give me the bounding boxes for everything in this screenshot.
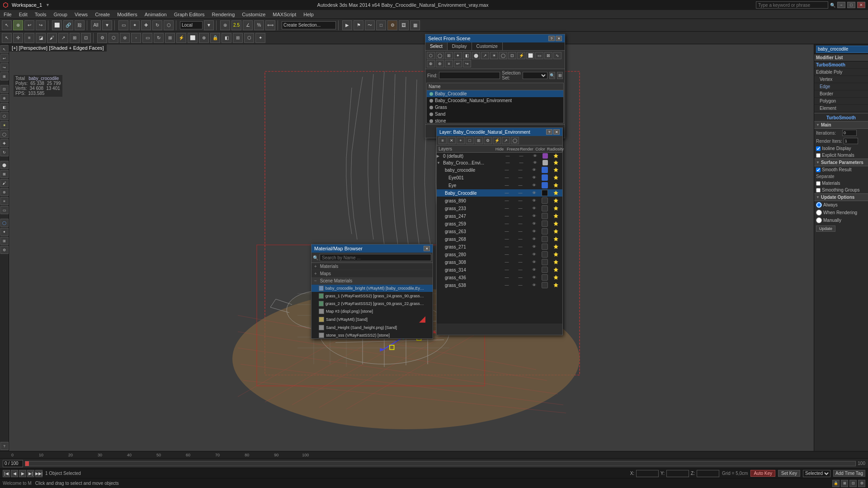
tb2-extra3[interactable]: ⊛ bbox=[120, 33, 130, 43]
menu-rendering[interactable]: Rendering bbox=[208, 10, 239, 19]
render-iters-input[interactable] bbox=[844, 138, 858, 144]
sel-item-grass[interactable]: Grass bbox=[427, 104, 563, 111]
layers-tb-2[interactable]: ✕ bbox=[448, 137, 456, 144]
layer-bc-color[interactable] bbox=[542, 167, 548, 173]
layers-tb-4[interactable]: ⊞ bbox=[475, 137, 483, 144]
layer-0-render[interactable]: 👁 bbox=[528, 154, 542, 158]
menu-group[interactable]: Group bbox=[50, 10, 71, 19]
tb2-extra9[interactable]: ⬜ bbox=[188, 33, 198, 43]
layer-0-default[interactable]: ▶ 0 (default) — — 👁 ⭐ bbox=[437, 153, 562, 160]
lt-btn6[interactable]: ⊕ bbox=[0, 94, 9, 102]
layer-env-freeze[interactable]: — bbox=[514, 160, 528, 165]
tb-select-region-btn[interactable]: ▭ bbox=[118, 20, 128, 30]
layer-env-hide[interactable]: — bbox=[501, 160, 514, 165]
lt-btn14[interactable]: ⊠ bbox=[0, 170, 9, 178]
named-select-input[interactable] bbox=[282, 21, 336, 29]
dlg-ico-6[interactable]: ⬤ bbox=[472, 52, 480, 59]
layers-help-btn[interactable]: ? bbox=[546, 129, 552, 135]
tb2-extra4[interactable]: ◦ bbox=[131, 33, 141, 43]
layer-eye[interactable]: Eye — — 👁 ⭐ bbox=[437, 182, 562, 189]
maps-section[interactable]: + Maps bbox=[311, 270, 433, 277]
dlg-ico-14[interactable]: ⊠ bbox=[544, 52, 552, 59]
materials-section[interactable]: + Materials bbox=[311, 263, 433, 270]
layers-tb-7[interactable]: ↗ bbox=[502, 137, 510, 144]
tb2-extra1[interactable]: ⚙ bbox=[97, 33, 107, 43]
tb2-object-paint[interactable]: 🖌 bbox=[47, 33, 57, 43]
mat-grass-2[interactable]: grass_2 (VRayFastSSS2) [grass_09,grass_2… bbox=[311, 300, 433, 308]
dlg-ico-18[interactable]: ≡ bbox=[445, 60, 453, 67]
dlg-ico-7[interactable]: ↗ bbox=[481, 52, 489, 59]
reference-coord-input[interactable] bbox=[180, 21, 203, 29]
modifier-name-input[interactable] bbox=[816, 46, 868, 53]
layer-eye-color[interactable] bbox=[542, 182, 548, 188]
dlg-ico-8[interactable]: ☀ bbox=[490, 52, 498, 59]
modifier-turbosmooth[interactable]: TurboSmooth bbox=[814, 61, 868, 69]
layer-bcroc-freeze[interactable]: — bbox=[514, 191, 527, 195]
minimize-button[interactable]: − bbox=[837, 2, 845, 8]
tb2-extra7[interactable]: ⊞ bbox=[165, 33, 175, 43]
layer-grass-308[interactable]: grass_308 ——👁 ⭐ bbox=[437, 258, 562, 266]
tb-select-obj-btn[interactable]: ✦ bbox=[130, 20, 140, 30]
mat-grass-1[interactable]: grass_1 (VRayFastSSS2) [grass_24,grass_9… bbox=[311, 292, 433, 300]
layer-baby-croc[interactable]: baby_crocodile — — 👁 ⭐ bbox=[437, 166, 562, 174]
layer-eye001-freeze[interactable]: — bbox=[514, 175, 527, 180]
layer-env-render[interactable]: 👁 bbox=[528, 160, 542, 165]
tb-snap-angle-btn[interactable]: ∠ bbox=[243, 20, 253, 30]
params-main-section[interactable]: Main bbox=[814, 121, 868, 129]
layer-grass-233[interactable]: grass_233 ——👁 ⭐ bbox=[437, 205, 562, 212]
layer-grass-247[interactable]: grass_247 ——👁 ⭐ bbox=[437, 212, 562, 220]
sel-item-stone[interactable]: stone bbox=[427, 117, 563, 123]
layer-env-color[interactable] bbox=[542, 160, 548, 165]
material-search-input[interactable] bbox=[320, 254, 431, 261]
modifier-polygon[interactable]: Polygon bbox=[814, 98, 868, 105]
maximize-button[interactable]: □ bbox=[847, 2, 855, 8]
layers-dialog-title[interactable]: Layer: Baby_Crocodile_Natural_Environmen… bbox=[437, 128, 562, 136]
layer-grass-638[interactable]: grass_638 ——👁 ⭐ bbox=[437, 282, 562, 289]
tb-undo-btn[interactable]: ↩ bbox=[24, 20, 34, 30]
lt-btn4[interactable]: ⊞ bbox=[0, 72, 9, 80]
status-icon4[interactable]: ⚙ bbox=[858, 480, 865, 487]
dlg-ico-9[interactable]: ◯ bbox=[499, 52, 507, 59]
menu-customize[interactable]: Customize bbox=[238, 10, 269, 19]
tb2-extra6[interactable]: ↻ bbox=[154, 33, 164, 43]
when-rendering-radio[interactable] bbox=[816, 210, 822, 216]
tb2-material[interactable]: ◪ bbox=[36, 33, 46, 43]
layer-env-radiosity[interactable]: ⭐ bbox=[549, 160, 562, 165]
sel-item-baby-croc-env[interactable]: Baby_Crocodile_Natural_Environment bbox=[427, 97, 563, 104]
tab-display[interactable]: Display bbox=[448, 42, 472, 50]
setkey-btn[interactable]: Set Key bbox=[778, 470, 800, 477]
layer-eye001-render[interactable]: 👁 bbox=[527, 175, 541, 180]
layer-bcroc-render[interactable]: 👁 bbox=[527, 191, 541, 195]
layer-grass-436[interactable]: grass_436 ——👁 ⭐ bbox=[437, 274, 562, 282]
lt-btn7[interactable]: ◧ bbox=[0, 103, 9, 111]
dlg-ico-17[interactable]: ⊛ bbox=[436, 60, 444, 67]
manually-radio[interactable] bbox=[816, 217, 822, 223]
mat-sand-height[interactable]: Sand_Height (Sand_height.png) [Sand] bbox=[311, 324, 433, 332]
tb-move-btn[interactable]: ⊕ bbox=[13, 20, 23, 30]
dlg-ico-15[interactable]: ∿ bbox=[553, 52, 561, 59]
mat-baby-croc-bright[interactable]: baby_crocodile_bright (VRayMtl) [baby_cr… bbox=[311, 285, 433, 292]
tb2-extra15[interactable]: ✦ bbox=[255, 33, 265, 43]
lt-btn11[interactable]: ✚ bbox=[0, 139, 9, 147]
search-input[interactable] bbox=[756, 1, 828, 9]
menu-graph-editors[interactable]: Graph Editors bbox=[170, 10, 208, 19]
tb-select-filter-btn[interactable]: ▼ bbox=[102, 20, 112, 30]
anim-start[interactable]: |◀ bbox=[3, 470, 10, 477]
always-radio[interactable] bbox=[816, 202, 822, 208]
modifier-edge[interactable]: Edge bbox=[814, 83, 868, 90]
layer-eye001-hide[interactable]: — bbox=[500, 175, 514, 180]
layer-bcroc-hide[interactable]: — bbox=[500, 191, 514, 195]
dlg-ico-19[interactable]: ↩ bbox=[454, 60, 462, 67]
anim-prev-frame[interactable]: ◀ bbox=[11, 470, 18, 477]
key-filter-select[interactable]: Selected All bbox=[803, 470, 830, 477]
tb2-group[interactable]: ⊞ bbox=[70, 33, 80, 43]
dlg-ico-12[interactable]: ⬜ bbox=[526, 52, 534, 59]
tb2-move[interactable]: ✢ bbox=[13, 33, 23, 43]
dlg-ico-3[interactable]: ⊞ bbox=[445, 52, 453, 59]
tb-select-all-btn[interactable]: ⬜ bbox=[52, 20, 62, 30]
close-button[interactable]: ✕ bbox=[857, 2, 865, 8]
tb-snap-pct-btn[interactable]: % bbox=[254, 20, 264, 30]
tb2-spline[interactable]: ↗ bbox=[58, 33, 68, 43]
tab-select[interactable]: Select bbox=[425, 42, 448, 50]
dlg-ico-10[interactable]: ⊡ bbox=[508, 52, 516, 59]
